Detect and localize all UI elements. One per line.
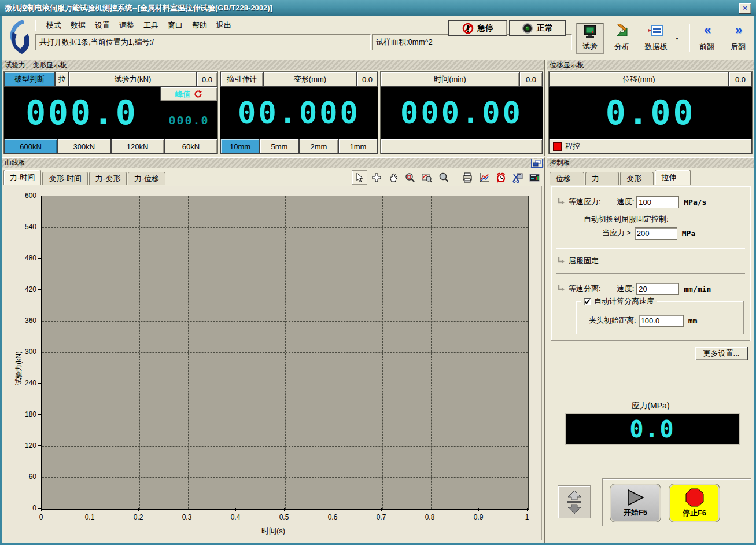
databoard-label: 数据板 (645, 42, 668, 52)
const-stress-input[interactable] (636, 196, 679, 208)
zoom-curve-tool-button[interactable] (419, 170, 434, 185)
force-small-value: 0.0 (197, 72, 217, 87)
status-open-info: 共打开数据1条,当前位置为1,编号:/ (35, 34, 371, 50)
force-range-600kN[interactable]: 600kN (4, 139, 57, 154)
analysis-label: 分析 (614, 42, 629, 52)
data-panel-button[interactable] (526, 170, 542, 185)
deform-range-10mm[interactable]: 10mm (220, 139, 260, 154)
title-bar: 微机控制电液伺服万能试验机测控系统--[金属材料室温拉伸试验(GB/T228-2… (0, 0, 756, 16)
close-button[interactable]: × (739, 3, 751, 14)
stop-label: 停止F6 (683, 508, 706, 518)
deform-header-label: 变形(mm) (263, 72, 357, 87)
prev-page-button[interactable]: « 前翻 (694, 23, 720, 54)
tab-force-time[interactable]: 力-时间 (3, 170, 41, 185)
next-label: 后翻 (731, 42, 746, 52)
tab-displacement[interactable]: 位移 (550, 172, 584, 185)
databoard-dropdown-arrow[interactable]: ▼ (675, 34, 682, 43)
grip-distance-input[interactable] (639, 315, 684, 327)
tab-force[interactable]: 力 (585, 172, 619, 185)
menu-item-help[interactable]: 帮助 (187, 19, 212, 32)
next-page-button[interactable]: » 后翻 (725, 23, 751, 54)
app-logo-icon (4, 19, 33, 55)
break-judge-toggle[interactable]: 破型判断 (4, 72, 55, 87)
tab-force-deform[interactable]: 力-变形 (89, 172, 127, 185)
time-header-label: 时间(min) (381, 72, 519, 87)
deform-lcd: 00.000 (220, 87, 378, 139)
curve-overlay-button[interactable] (476, 170, 492, 185)
chart-plot (41, 196, 529, 510)
displacement-panel-title: 位移显示板 (547, 60, 754, 70)
menu-item-exit[interactable]: 退出 (212, 19, 236, 32)
cursor-tool-button[interactable] (352, 170, 367, 185)
tab-deform-time[interactable]: 变形-时间 (42, 172, 87, 185)
time-lcd: 000.00 (381, 87, 543, 139)
pull-direction-cell[interactable]: 拉 (55, 72, 69, 87)
yield-fixed-row: 屈服固定 (551, 255, 750, 267)
grip-unit: mm (688, 316, 698, 325)
test-view-button[interactable]: 试验 (576, 23, 604, 54)
grip-distance-row: 夹头初始距离: mm (576, 314, 743, 327)
timer-button[interactable] (493, 170, 508, 185)
clip-save-button[interactable] (510, 170, 525, 185)
peak-refresh-icon[interactable] (194, 90, 202, 98)
zoom-icon (438, 172, 449, 183)
control-panel-title: 控制板 (547, 158, 754, 168)
force-range-60kN[interactable]: 60kN (164, 139, 217, 154)
force-range-buttons: 600kN 300kN 120kN 60kN (4, 139, 217, 154)
auto-calc-label: 自动计算分离速度 (594, 296, 654, 307)
normal-status-button[interactable]: 正常 (509, 20, 566, 36)
auto-switch-label: 自动切换到屈服固定控制: (584, 214, 669, 224)
estop-button[interactable]: 急停 (448, 20, 507, 36)
menu-item-mode[interactable]: 模式 (42, 19, 66, 32)
print-button[interactable] (459, 170, 475, 185)
menu-item-data[interactable]: 数据 (66, 19, 90, 32)
pan-tool-button[interactable] (385, 170, 401, 185)
check-icon (584, 299, 591, 305)
databoard-button[interactable]: 数据板 (637, 23, 674, 54)
divider (556, 273, 745, 274)
zoom-tool-button[interactable] (436, 170, 451, 185)
displacement-lcd: 0.00 (549, 87, 752, 139)
test-label: 试验 (582, 41, 598, 51)
force-range-120kN[interactable]: 120kN (111, 139, 164, 154)
zoom-select-tool-button[interactable] (402, 170, 418, 185)
menu-item-tools[interactable]: 工具 (139, 19, 163, 32)
peak-header[interactable]: 峰值 (160, 87, 217, 101)
deform-range-5mm[interactable]: 5mm (260, 139, 299, 154)
jog-up-down-button[interactable] (558, 485, 591, 518)
auto-calc-checkbox[interactable] (584, 298, 591, 305)
tab-tensile[interactable]: 拉伸 (655, 170, 691, 185)
when-stress-input[interactable] (635, 227, 677, 240)
normal-led-icon (522, 23, 533, 34)
deform-small-value: 0.0 (357, 72, 378, 87)
start-button[interactable]: 开始F5 (610, 484, 661, 522)
tab-deform[interactable]: 变形 (620, 172, 654, 185)
menu-item-adjust[interactable]: 调整 (115, 19, 139, 32)
menu-item-window[interactable]: 窗口 (163, 19, 187, 32)
force-display-panel: 试验力、变形显示板 破型判断 拉 试验力(kN) 0.0 000.0 峰值 (2, 60, 545, 156)
status-specimen-area: 试样面积:0mm^2 (372, 34, 572, 50)
menu-item-settings[interactable]: 设置 (90, 19, 115, 32)
deform-value: 00.000 (238, 98, 360, 128)
divider (556, 248, 745, 249)
time-bottom-strip (381, 139, 543, 154)
tab-force-displacement[interactable]: 力-位移 (128, 172, 165, 185)
toolbar: 模式 数据 设置 调整 工具 窗口 帮助 退出 共打开数据1条,当前位置为1,编… (2, 16, 754, 58)
stop-button[interactable]: 停止F6 (669, 484, 720, 522)
deform-range-2mm[interactable]: 2mm (299, 139, 338, 154)
display-groups: 破型判断 拉 试验力(kN) 0.0 000.0 峰值 000.0 (3, 71, 543, 154)
const-stress-label: 等速应力: (569, 197, 601, 207)
force-range-300kN[interactable]: 300kN (57, 139, 110, 154)
stop-icon (684, 488, 705, 507)
more-settings-button[interactable]: 更多设置... (695, 347, 748, 360)
control-tabs: 位移 力 变形 拉伸 (550, 170, 753, 185)
time-small-value: 0.0 (519, 72, 543, 87)
extensometer-cell[interactable]: 摘引伸计 (220, 72, 263, 87)
move-tool-button[interactable] (368, 170, 384, 185)
const-sep-label: 等速分离: (569, 283, 601, 294)
deform-range-1mm[interactable]: 1mm (338, 139, 378, 154)
sep-speed-input[interactable] (636, 283, 679, 295)
force-header-label: 试验力(kN) (69, 72, 197, 87)
analysis-button[interactable]: 分析 (609, 23, 635, 54)
restore-window-button[interactable] (531, 159, 543, 168)
